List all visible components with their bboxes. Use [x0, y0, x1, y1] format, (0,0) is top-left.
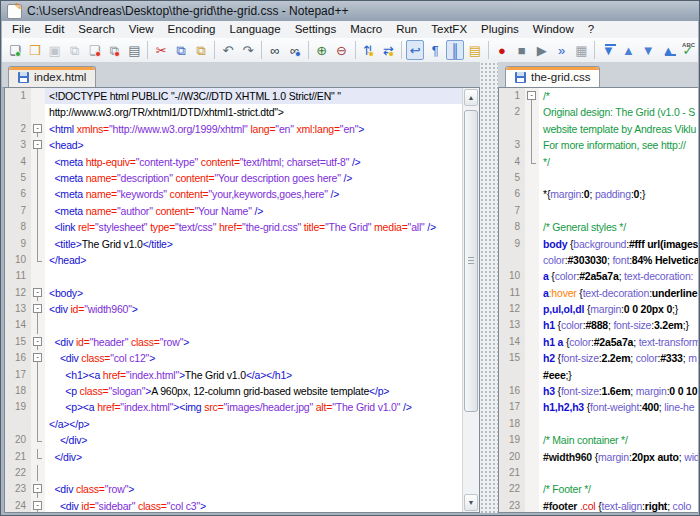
undo-button[interactable]: ↶: [219, 40, 237, 60]
code-line[interactable]: 7 <meta name="author" content="Your Name…: [5, 203, 462, 219]
code-line[interactable]: 8 <link rel="stylesheet" type="text/css"…: [5, 219, 462, 235]
find-button[interactable]: ∞: [266, 40, 284, 60]
line-number[interactable]: 15: [499, 350, 525, 366]
line-number[interactable]: 14: [5, 317, 31, 333]
line-number[interactable]: [499, 121, 525, 137]
fold-collapse-icon[interactable]: -: [31, 137, 45, 153]
replace-button[interactable]: ∞: [286, 40, 304, 60]
line-number[interactable]: 9: [499, 236, 525, 252]
tab-the-grid-css[interactable]: the-grid.css: [505, 66, 600, 87]
fold-collapse-icon[interactable]: -: [31, 285, 45, 301]
menu-item-settings[interactable]: Settings: [288, 21, 344, 38]
code-line[interactable]: 4*/: [499, 154, 698, 170]
indent-guide-button[interactable]: ║: [446, 40, 464, 60]
line-number[interactable]: 3: [5, 137, 31, 153]
tab-index-html[interactable]: index.html: [8, 66, 96, 87]
code-line[interactable]: 20 </div>: [5, 432, 462, 448]
code-line[interactable]: 14h1 a {color:#2a5a7a; text-transform: [499, 334, 698, 350]
play-macro-button[interactable]: ▶: [533, 40, 551, 60]
fold-collapse-icon[interactable]: -: [31, 498, 45, 513]
line-number[interactable]: 12: [5, 285, 31, 301]
code-line[interactable]: 8/* General styles */: [499, 219, 698, 235]
line-number[interactable]: 4: [5, 154, 31, 170]
line-number[interactable]: 10: [5, 252, 31, 268]
line-number[interactable]: 23: [499, 498, 525, 513]
code-line[interactable]: 3For more information, see http://: [499, 137, 698, 153]
line-number[interactable]: 22: [5, 465, 31, 481]
line-number[interactable]: 20: [499, 449, 525, 465]
menu-item-encoding[interactable]: Encoding: [161, 21, 223, 38]
code-line[interactable]: 18 <p class="slogan">A 960px, 12-column …: [5, 383, 462, 399]
copy-button[interactable]: ⧉: [172, 40, 190, 60]
line-number[interactable]: 12: [499, 301, 525, 317]
record-macro-button[interactable]: ●: [493, 40, 511, 60]
scroll-down-icon[interactable]: ▼: [464, 494, 478, 511]
line-number[interactable]: 18: [499, 416, 525, 432]
code-line[interactable]: 11: [5, 268, 462, 284]
line-number[interactable]: [499, 252, 525, 268]
line-number[interactable]: 19: [5, 399, 31, 415]
code-line[interactable]: 4 <meta http-equiv="content-type" conten…: [5, 154, 462, 170]
code-line[interactable]: 22/* Footer */: [499, 481, 698, 497]
save-macro-button[interactable]: ▦: [573, 40, 591, 60]
word-wrap-button[interactable]: ↩: [406, 40, 424, 60]
code-line[interactable]: 6*{margin:0; padding:0;}: [499, 186, 698, 202]
code-line[interactable]: #eee;}: [499, 367, 698, 383]
line-number[interactable]: 17: [499, 399, 525, 415]
code-line[interactable]: 11a:hover {text-decoration:underline: [499, 285, 698, 301]
line-number[interactable]: 9: [5, 236, 31, 252]
goto-next-button[interactable]: ▼: [639, 40, 657, 60]
line-number[interactable]: 11: [499, 285, 525, 301]
print-button[interactable]: ▤: [125, 40, 143, 60]
line-number[interactable]: 2: [5, 121, 31, 137]
run-macro-multiple-button[interactable]: »: [553, 40, 571, 60]
line-number[interactable]: 8: [5, 219, 31, 235]
fold-collapse-icon[interactable]: -: [525, 88, 539, 104]
line-number[interactable]: 21: [499, 465, 525, 481]
fold-collapse-icon[interactable]: -: [31, 481, 45, 497]
goto-previous-button[interactable]: ▲: [619, 40, 637, 60]
line-number[interactable]: [5, 416, 31, 432]
fold-collapse-icon[interactable]: -: [31, 121, 45, 137]
menu-item-edit[interactable]: Edit: [38, 21, 72, 38]
code-line[interactable]: 17h1,h2,h3 {font-weight:400; line-he: [499, 399, 698, 415]
code-line[interactable]: 21: [499, 465, 698, 481]
code-line[interactable]: 16h3 {font-size:1.6em; margin:0 0 10: [499, 383, 698, 399]
code-line[interactable]: 19/* Main container */: [499, 432, 698, 448]
save-file-button[interactable]: ▣: [46, 40, 64, 60]
new-file-button[interactable]: ❏: [6, 40, 24, 60]
paste-button[interactable]: ⧉: [192, 40, 210, 60]
code-line[interactable]: 1<!DOCTYPE html PUBLIC "-//W3C//DTD XHTM…: [5, 88, 462, 104]
code-line[interactable]: website template by Andreas Viklu: [499, 121, 698, 137]
line-number[interactable]: 23: [5, 481, 31, 497]
menu-item-plugins[interactable]: Plugins: [474, 21, 526, 38]
line-number[interactable]: 22: [499, 481, 525, 497]
code-line[interactable]: 23- <div class="row">: [5, 481, 462, 497]
line-number[interactable]: 14: [499, 334, 525, 350]
line-number[interactable]: 3: [499, 137, 525, 153]
code-line[interactable]: 21 </div>: [5, 449, 462, 465]
line-number[interactable]: 6: [499, 186, 525, 202]
code-line[interactable]: 24- <div id="sidebar" class="col c3">: [5, 498, 462, 513]
line-number[interactable]: 19: [499, 432, 525, 448]
open-file-button[interactable]: ❒: [26, 40, 44, 60]
save-all-button[interactable]: ⧉: [66, 40, 84, 60]
line-number[interactable]: 24: [5, 498, 31, 513]
menu-item-file[interactable]: File: [5, 21, 38, 38]
menu-item-window[interactable]: Window: [526, 21, 581, 38]
line-number[interactable]: 16: [5, 350, 31, 366]
doc-switcher-button[interactable]: ▤: [466, 40, 484, 60]
vertical-scrollbar[interactable]: ▲ ▼: [462, 88, 479, 512]
line-number[interactable]: [499, 367, 525, 383]
menu-item-[interactable]: ?: [581, 21, 601, 38]
code-line[interactable]: 10</head>: [5, 252, 462, 268]
sync-vertical-scroll-button[interactable]: ⇅: [360, 40, 378, 60]
line-number[interactable]: 13: [499, 317, 525, 333]
stop-macro-button[interactable]: ■: [513, 40, 531, 60]
line-number[interactable]: 10: [499, 268, 525, 284]
fold-collapse-icon[interactable]: -: [31, 350, 45, 366]
sync-horizontal-scroll-button[interactable]: ⇄: [379, 40, 397, 60]
menu-item-macro[interactable]: Macro: [343, 21, 389, 38]
code-area-index-html[interactable]: 1<!DOCTYPE html PUBLIC "-//W3C//DTD XHTM…: [5, 88, 462, 512]
line-number[interactable]: 13: [5, 301, 31, 317]
